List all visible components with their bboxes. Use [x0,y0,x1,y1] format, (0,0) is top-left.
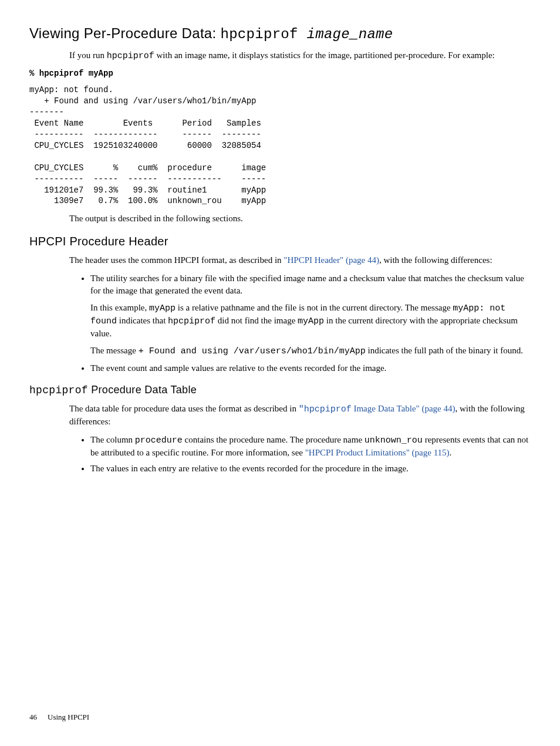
heading-argument: image_name [298,26,393,42]
section-heading: Viewing Per-Procedure Data: hpcpiprof im… [29,23,531,45]
bullet-text: did not find the image [215,316,298,325]
command-prompt: % hpcpiprof myApp [29,68,531,79]
subsection-heading-procedure-header: HPCPI Procedure Header [29,233,531,249]
output-block: myApp: not found. + Found and using /var… [29,85,531,207]
table-paragraph: The data table for procedure data uses t… [69,403,531,428]
bullet-text: indicates that [117,316,168,325]
intro-text-a: If you run [69,50,107,60]
link-rest-part: Image Data Table" (page 44) [352,404,456,413]
list-item: The column procedure contains the proced… [90,434,531,459]
header-text-a: The header uses the common HPCPI format,… [69,255,284,265]
bullet-list-1: The utility searches for a binary file w… [69,272,531,374]
header-text-b: , with the following differences: [379,255,492,265]
list-item: The values in each entry are relative to… [90,463,531,475]
inline-code: hpcpiprof [168,316,215,326]
bullet-text: The utility searches for a binary file w… [90,272,531,297]
heading-text: Viewing Per-Procedure Data: [29,25,220,41]
inline-code: + Found and using /var/users/who1/bin/my… [139,346,366,356]
bullet-text: . [450,448,452,457]
heading-command: hpcpiprof [220,26,298,42]
inline-code: myApp [149,303,176,313]
list-item: The utility searches for a binary file w… [90,272,531,357]
bullet-text: contains the procedure name. The procedu… [183,435,365,444]
list-item: The event count and sample values are re… [90,362,531,374]
bullet-text: The message [90,346,139,355]
intro-paragraph: If you run hpcpiprof with an image name,… [69,49,531,62]
inline-code: myApp [298,316,324,326]
heading-command: hpcpiprof [29,384,88,396]
subsection-heading-data-table: hpcpiprof Procedure Data Table [29,383,531,398]
bullet-paragraph: In this example, myApp is a relative pat… [90,302,531,340]
intro-text-b: with an image name, it displays statisti… [154,50,495,60]
intro-command: hpcpiprof [107,51,154,61]
header-paragraph: The header uses the common HPCPI format,… [69,254,531,266]
link-mono-part: "hpcpiprof [299,404,352,414]
bullet-text: In this example, [90,303,149,312]
bullet-list-2: The column procedure contains the proced… [69,434,531,475]
bullet-text: The column [90,435,135,444]
inline-code: procedure [135,436,183,445]
table-link[interactable]: "hpcpiprof Image Data Table" (page 44) [299,404,456,413]
bullet-paragraph: The message + Found and using /var/users… [90,345,531,357]
limitations-link[interactable]: "HPCPI Product Limitations" (page 115) [305,448,450,457]
output-described-text: The output is described in the following… [69,212,531,225]
bullet-text: is a relative pathname and the file is n… [176,303,453,312]
inline-code: unknown_rou [365,436,423,445]
bullet-text: indicates the full path of the binary it… [366,346,523,355]
heading-text: Procedure Data Table [88,384,197,396]
bullet-text: The event count and sample values are re… [90,363,386,373]
table-text-a: The data table for procedure data uses t… [69,404,299,413]
bullet-text: The values in each entry are relative to… [90,464,409,473]
header-link[interactable]: "HPCPI Header" (page 44) [284,255,379,265]
